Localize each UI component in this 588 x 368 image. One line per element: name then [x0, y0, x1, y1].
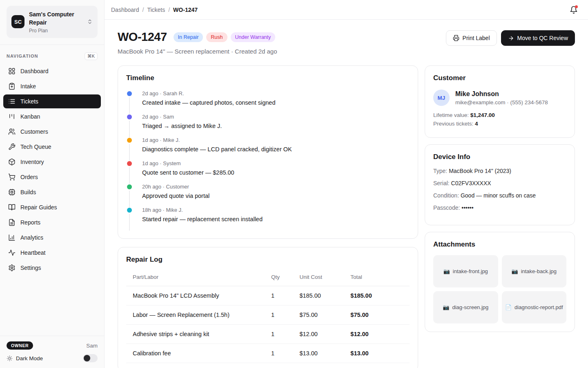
timeline-title: Timeline: [126, 74, 410, 82]
sidebar-item-label: Tech Queue: [20, 144, 51, 150]
customer-stats: Lifetime value: $1,247.00 Previous ticke…: [433, 112, 566, 127]
status-badge-in-repair: In Repair: [174, 32, 203, 42]
workspace-logo: SC: [11, 15, 24, 28]
file-type-icon: 📷: [511, 268, 518, 274]
status-badges: In Repair Rush Under Warranty: [174, 32, 276, 42]
tickets-icon: [8, 98, 16, 105]
inventory-icon: [8, 158, 16, 166]
move-to-qc-button[interactable]: Move to QC Review: [501, 30, 575, 46]
breadcrumb-tickets[interactable]: Tickets: [147, 7, 165, 13]
sidebar-footer: OWNER Sam Dark Mode: [0, 336, 104, 368]
cell-part: MacBook Pro 14" LCD Assembly: [126, 286, 268, 305]
timeline-event-text: Triaged → assigned to Mike J.: [142, 123, 410, 129]
device-field: Serial: C02FV3XXXXX: [433, 180, 566, 186]
intake-icon: [8, 83, 16, 90]
device-info-card: Device Info Type: MacBook Pro 14" (2023)…: [425, 144, 575, 225]
settings-icon: [8, 264, 16, 272]
attachment-name: diag-screen.jpg: [452, 304, 488, 310]
timeline-event-text: Created intake — captured photos, consen…: [142, 99, 410, 106]
attachment-tile-diagnostic-report-pdf[interactable]: 📄 diagnostic-report.pdf: [502, 291, 567, 323]
cell-total: $75.00: [347, 305, 410, 325]
device-info-title: Device Info: [433, 153, 566, 161]
repair-guides-icon: [8, 204, 16, 211]
cell-qty: 1: [268, 286, 296, 305]
sidebar-item-orders[interactable]: Orders: [3, 170, 101, 184]
device-field: Condition: Good — minor scuffs on case: [433, 192, 566, 199]
timeline-event-meta: 18h ago · Mike J.: [142, 207, 410, 213]
column-unit-cost: Unit Cost: [296, 269, 347, 286]
sidebar-item-label: Repair Guides: [20, 204, 57, 211]
device-field: Type: MacBook Pro 14" (2023): [433, 168, 566, 174]
analytics-icon: [8, 234, 16, 241]
timeline-event: 1d ago · Mike J. Diagnostics complete — …: [127, 137, 410, 160]
topbar: Dashboard / Tickets / WO-1247: [105, 0, 588, 20]
sidebar-item-label: Inventory: [20, 159, 44, 165]
sidebar-item-kanban[interactable]: Kanban: [3, 110, 101, 123]
sidebar-item-reports[interactable]: Reports: [3, 215, 101, 229]
sidebar-item-tickets[interactable]: Tickets: [3, 94, 101, 108]
breadcrumb-dashboard[interactable]: Dashboard: [111, 7, 139, 13]
sidebar-nav: Dashboard Intake Tickets Kanban Customer…: [0, 64, 104, 276]
orders-icon: [8, 173, 16, 181]
arrow-right-icon: [508, 35, 514, 41]
timeline-dot-icon: [127, 91, 132, 96]
customer-card: Customer MJ Mike Johnson mike@example.co…: [425, 65, 575, 138]
notifications-button[interactable]: [566, 2, 581, 18]
attachment-tile-intake-back-jpg[interactable]: 📷 intake-back.jpg: [502, 255, 567, 287]
dark-mode-label: Dark Mode: [16, 355, 43, 361]
sidebar-item-settings[interactable]: Settings: [3, 261, 101, 275]
cell-unit-cost: $12.00: [296, 325, 347, 344]
file-type-icon: 📷: [443, 268, 450, 274]
status-badge-rush: Rush: [206, 32, 227, 42]
timeline-event-text: Diagnostics complete — LCD panel cracked…: [142, 146, 410, 153]
main-area: Dashboard / Tickets / WO-1247 WO-1247 In…: [105, 0, 588, 368]
sidebar-item-customers[interactable]: Customers: [3, 125, 101, 139]
repair-log-row: Labor — Screen Replacement (1.5h) 1 $75.…: [126, 305, 410, 325]
workspace-switcher[interactable]: SC Sam's Computer Repair Pro Plan: [7, 6, 98, 38]
sidebar-item-tech-queue[interactable]: Tech Queue: [3, 140, 101, 154]
sidebar-item-builds[interactable]: Builds: [3, 185, 101, 199]
column-part-labor: Part/Labor: [126, 269, 268, 286]
timeline-event: 1d ago · System Quote sent to customer —…: [127, 160, 410, 184]
sidebar-item-label: Kanban: [20, 113, 40, 120]
cell-part: Calibration fee: [126, 344, 268, 363]
notification-dot: [575, 5, 578, 8]
sidebar-item-dashboard[interactable]: Dashboard: [3, 64, 101, 78]
attachment-tile-intake-front-jpg[interactable]: 📷 intake-front.jpg: [433, 255, 498, 287]
column-total: Total: [347, 269, 410, 286]
repair-log-title: Repair Log: [126, 256, 410, 264]
sidebar-item-label: Orders: [20, 174, 38, 180]
sidebar-item-analytics[interactable]: Analytics: [3, 231, 101, 245]
workspace-name: Sam's Computer Repair: [29, 10, 82, 27]
attachments-title: Attachments: [433, 240, 566, 249]
attachment-tile-diag-screen-jpg[interactable]: 📷 diag-screen.jpg: [433, 291, 498, 323]
repair-log-card: Repair Log Part/Labor Qty Unit Cost Tota…: [118, 247, 418, 368]
ticket-subtitle: MacBook Pro 14" — Screen replacement · C…: [118, 48, 277, 55]
cell-total: $12.00: [347, 325, 410, 344]
print-label-button[interactable]: Print Label: [446, 30, 497, 46]
timeline-dot-icon: [127, 114, 132, 119]
sidebar-item-label: Tickets: [20, 98, 38, 105]
sidebar-item-label: Analytics: [20, 234, 43, 241]
sidebar-item-repair-guides[interactable]: Repair Guides: [3, 200, 101, 214]
sidebar-item-inventory[interactable]: Inventory: [3, 155, 101, 169]
cell-unit-cost: $13.00: [296, 344, 347, 363]
timeline-dot-icon: [127, 138, 132, 143]
timeline-event-meta: 2d ago · Sarah R.: [142, 90, 410, 96]
sidebar-item-intake[interactable]: Intake: [3, 79, 101, 93]
customer-stat: Lifetime value: $1,247.00: [433, 112, 566, 118]
sidebar-item-heartbeat[interactable]: Heartbeat: [3, 246, 101, 260]
dashboard-icon: [8, 67, 16, 75]
timeline-event-meta: 2d ago · Sam: [142, 114, 410, 120]
sidebar-item-label: Intake: [20, 83, 36, 90]
timeline-event-meta: 20h ago · Customer: [142, 184, 410, 190]
timeline-event: 20h ago · Customer Approved quote via po…: [127, 184, 410, 207]
timeline-dot-icon: [127, 208, 132, 213]
timeline-dot-icon: [127, 184, 132, 189]
reports-icon: [8, 219, 16, 226]
dark-mode-toggle[interactable]: [83, 354, 98, 362]
customer-stat: Previous tickets: 4: [433, 121, 566, 127]
tech-queue-icon: [8, 143, 16, 150]
customer-name: Mike Johnson: [455, 90, 548, 98]
file-type-icon: 📄: [505, 304, 512, 310]
